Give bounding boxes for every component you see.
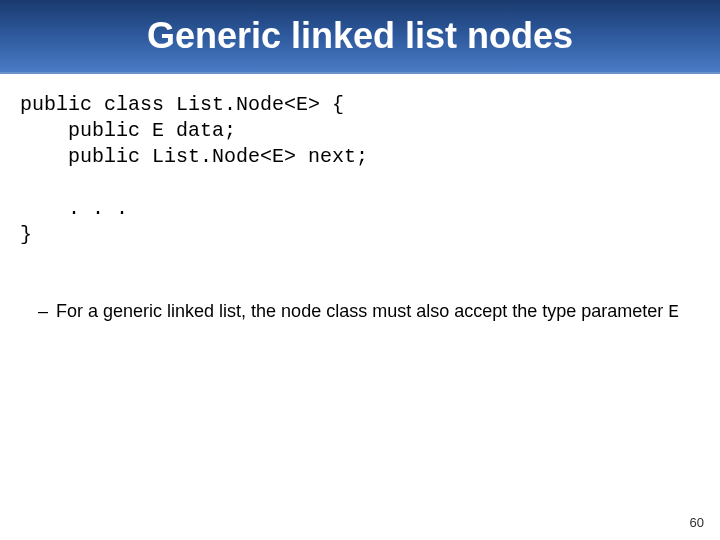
bullet-dash: – — [38, 300, 56, 324]
code-line-3: public List.Node<E> next; — [20, 145, 368, 168]
code-line-2: public E data; — [20, 119, 236, 142]
sub-bullet: – For a generic linked list, the node cl… — [38, 300, 696, 324]
bullet-mono: E — [668, 302, 679, 322]
title-band: Generic linked list nodes — [0, 0, 720, 74]
bullet-text-before: For a generic linked list, the node clas… — [56, 301, 668, 321]
page-number: 60 — [690, 515, 704, 530]
code-line-1: public class List.Node<E> { — [20, 93, 344, 116]
code-line-5: . . . — [20, 197, 128, 220]
code-block: public class List.Node<E> { public E dat… — [20, 92, 368, 248]
code-line-6: } — [20, 223, 32, 246]
slide: Generic linked list nodes public class L… — [0, 0, 720, 540]
bullet-area: – For a generic linked list, the node cl… — [38, 300, 696, 324]
slide-title: Generic linked list nodes — [147, 15, 573, 57]
bullet-text: For a generic linked list, the node clas… — [56, 300, 696, 324]
